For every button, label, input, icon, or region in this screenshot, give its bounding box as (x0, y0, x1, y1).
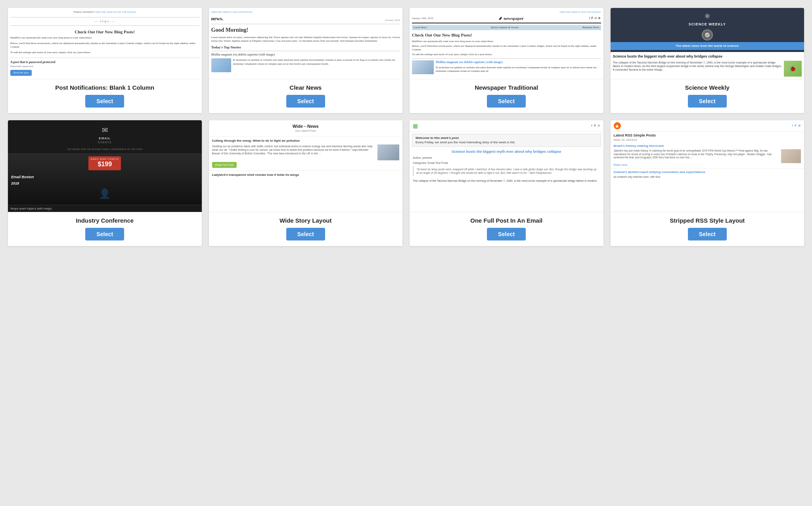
p7-social-icons: f ✗ ⊙ (591, 124, 600, 128)
card-footer-wide-story: Wide Story Layout Select (209, 212, 403, 246)
card-footer-stripped-rss: Stripped RSS Style Layout Select (611, 212, 804, 246)
p5-caption: Neque quam fugiat a (with image) (8, 205, 202, 212)
p3-story: Molltia magnam eos debitis sapiente (wit… (412, 58, 601, 74)
p3-headline: Check Out Our New Blog Posts! (412, 32, 601, 38)
card-footer-one-full-post: One Full Post In An Email Select (410, 212, 603, 246)
p1-post-item: A post that is password protected Passwo… (10, 58, 199, 76)
p8-post1-image (781, 149, 801, 163)
p3-nav-sports: Sports Updates & Scores (491, 26, 519, 29)
card-industry-conference: ✉ EMAIL EVENTS GET READY FOR THE BIGGEST… (8, 120, 202, 246)
p2-header: news. October 2018 (211, 15, 400, 24)
preview-content-p7: ▦ f ✗ ⊙ Welcome to this week's post. Eve… (410, 120, 603, 212)
p8-post2-text: As Iceland's key matches loom, with kick… (614, 175, 801, 179)
p2-story-text: El molestiae est quidem ut veritatis sin… (233, 58, 400, 72)
p5-price: $199 (91, 160, 119, 169)
p6-story1-content: Tackling our air problems starts with tr… (212, 144, 400, 160)
p8-globe-icon: ⊕ (798, 124, 801, 128)
p7-body-text: The collapse of the Tacoma Narrows Bridg… (410, 177, 603, 184)
p1-post-meta: Password: password (10, 65, 199, 68)
preview-content-p2: Open this email in your web browser news… (209, 8, 403, 79)
p1-notice: Display problems? Open this email in you… (10, 10, 199, 14)
p6-story1-image (377, 144, 399, 160)
p8-header: ◉ f ✗ ⊕ (611, 120, 804, 132)
p5-ticket-container: EARLY BIRD TICKETS $199 (8, 153, 202, 173)
p7-tw-icon: ✗ (594, 124, 596, 128)
p7-quote: "At least six lamp posts were snapped of… (413, 166, 600, 176)
card-footer-newspaper-traditional: Newspaper Traditional Select (410, 79, 603, 113)
p3-nav-local: Local News (414, 26, 427, 29)
p7-header: ▦ f ✗ ⊙ (410, 120, 603, 132)
p2-story-title: Molltia magnam eos debitis sapiente (wit… (211, 53, 400, 57)
p3-nav: Local News Sports Updates & Scores Busin… (412, 25, 601, 30)
p3-browser-link[interactable]: Open this email in your web browser (560, 10, 601, 13)
p6-header: Wide↔News Our Latest Posts (209, 120, 403, 136)
p3-intro2: Below, you'll find three recent posts, w… (412, 44, 601, 52)
select-button-clear-news[interactable]: Select (286, 95, 325, 108)
p7-welcome-line1: Welcome to this week's post. (416, 136, 598, 140)
p2-body: Lorem ipsum dolor sit amet, consectetur … (211, 36, 400, 43)
p7-categories: Categories: Email Test Posts (410, 161, 603, 165)
p8-week: Week 23: 23/19/19 (614, 138, 801, 142)
p3-notice: Open this email in your web browser (412, 10, 601, 14)
p5-title1: EMAIL (11, 137, 199, 140)
p2-browser-link[interactable]: Open this email in your web browser (211, 10, 253, 13)
p5-event-name: Email Boston (8, 173, 202, 181)
template-name-science-weekly: Science Weekly (615, 84, 801, 91)
p3-social-icons: f ✗ ⊙ ⊕ (589, 16, 601, 20)
card-clear-news: Open this email in your web browser news… (209, 8, 403, 113)
preview-content-p5: ✉ EMAIL EVENTS GET READY FOR THE BIGGEST… (8, 120, 202, 212)
p6-read-btn[interactable]: Read The Post (212, 162, 237, 168)
p7-author: Author: phoenix (410, 156, 603, 160)
p7-fb-icon: f (591, 124, 592, 128)
select-button-science-weekly[interactable]: Select (688, 95, 727, 108)
p4-article-text: The collapse of the Tacoma Narrows Bridg… (613, 61, 783, 77)
preview-content-p4: ⚛ SCIENCE WEEKLY The latest news from th… (611, 8, 804, 79)
template-grid: Display problems? Open this email in you… (8, 8, 804, 246)
p8-post1-title: Brazil's history-making Hurricane (614, 144, 801, 148)
p4-article-image: 🐞 (784, 61, 802, 77)
card-footer-post-notifications: Post Notifications: Blank 1 Column Selec… (8, 79, 202, 113)
select-button-one-full-post[interactable]: Select (487, 228, 526, 240)
card-wide-story: Wide↔News Our Latest Posts Cutting throu… (209, 120, 403, 246)
preview-industry-conference: ✉ EMAIL EVENTS GET READY FOR THE BIGGEST… (8, 120, 202, 212)
p5-ticket: EARLY BIRD TICKETS $199 (88, 156, 121, 170)
select-button-wide-story[interactable]: Select (286, 228, 325, 240)
p2-story-item: El molestiae est quidem ut veritatis sin… (211, 58, 400, 72)
select-button-industry-conference[interactable]: Select (85, 228, 124, 240)
preview-one-full-post: ▦ f ✗ ⊙ Welcome to this week's post. Eve… (410, 120, 603, 212)
p5-email-icon: ✉ (11, 126, 199, 135)
p5-top-section: ✉ EMAIL EVENTS (8, 120, 202, 147)
p1-read-btn: Read the post (10, 70, 32, 76)
preview-clear-news: Open this email in your web browser news… (209, 8, 403, 79)
p3-logo: 🗞 newspaper (498, 15, 524, 21)
template-name-one-full-post: One Full Post In An Email (414, 217, 599, 224)
preview-stripped-rss: ◉ f ✗ ⊕ Latest RSS Simple Posts Week 23:… (611, 120, 804, 212)
p4-atom-icon: ⚛ (614, 12, 801, 21)
select-button-post-notifications[interactable]: Select (85, 95, 124, 108)
card-footer-clear-news: Clear News Select (209, 79, 403, 113)
p8-post2: Iceland's dentist-coach defying conventi… (611, 169, 804, 180)
p2-story-image (211, 58, 231, 72)
p2-date: October 2018 (385, 19, 400, 22)
preview-content-p8: ◉ f ✗ ⊕ Latest RSS Simple Posts Week 23:… (611, 120, 804, 212)
p4-avatar (702, 29, 713, 40)
select-button-newspaper-traditional[interactable]: Select (487, 95, 526, 108)
p8-read-more: Read more. (614, 163, 801, 167)
p6-story1-title: Cutting through the smog: What to do to … (212, 139, 400, 143)
card-stripped-rss: ◉ f ✗ ⊕ Latest RSS Simple Posts Week 23:… (611, 120, 804, 246)
p8-tw-icon: ✗ (794, 124, 797, 128)
p1-headline: Check Out Our New Blog Posts! (10, 29, 199, 35)
p8-fb-icon: f (792, 124, 793, 128)
p8-post2-title: Iceland's dentist-coach defying conventi… (614, 170, 801, 174)
p4-title: SCIENCE WEEKLY (614, 22, 801, 27)
p5-image-section: EARLY BIRD TICKETS $199 Email Boston 201… (8, 153, 202, 205)
p4-top-section: ⚛ SCIENCE WEEKLY (611, 8, 804, 40)
template-name-wide-story: Wide Story Layout (213, 217, 399, 224)
p3-date: January 16th, 2019 (412, 17, 433, 20)
card-one-full-post: ▦ f ✗ ⊙ Welcome to this week's post. Eve… (410, 120, 603, 246)
card-science-weekly: ⚛ SCIENCE WEEKLY The latest news from th… (611, 8, 804, 113)
select-button-stripped-rss[interactable]: Select (688, 228, 727, 240)
p6-story1: Cutting through the smog: What to do to … (209, 137, 403, 171)
p1-browser-link[interactable]: Open this email in your web browser (95, 10, 136, 13)
p7-logo-icon: ▦ (413, 122, 418, 129)
